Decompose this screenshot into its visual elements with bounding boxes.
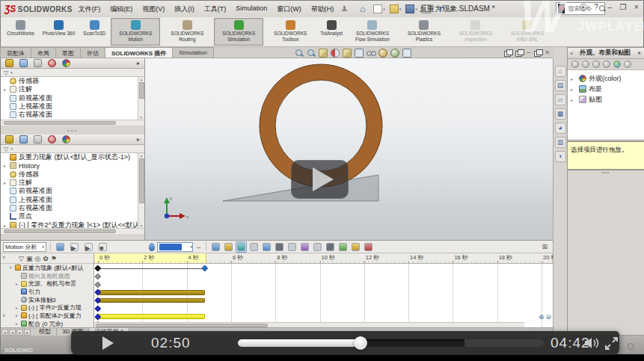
filter-icon[interactable]: ▽ [4,146,8,152]
progress-bar[interactable] [238,339,545,347]
motion-tree-item[interactable]: ▸ (-) [ 零件2^反重力现 [1,303,93,312]
timeline-ruler[interactable]: 0 秒2 秒4 秒6 秒8 秒10 秒12 秒14 秒16 秒18 秒20 秒 [94,253,553,264]
appearance-tree-item[interactable]: ▸ 贴图 [568,94,644,105]
motion-tree-item[interactable]: 实体接触3 [1,296,93,304]
play-button[interactable] [102,336,114,350]
tree-item[interactable]: ▸ 注解 [1,85,144,93]
status-help-icon[interactable] [628,343,634,350]
next-tab-icon[interactable]: ▸ [16,329,23,336]
solidworks-plastics-icon[interactable]: SOLIDWORKS Plastics [399,18,449,46]
propertymanager-tab-icon[interactable] [19,59,28,67]
timeline-track-row[interactable] [94,312,553,321]
motion-tree-item[interactable]: ▸ 光源、相机与布景 [1,280,93,288]
timeline-zoom-in-icon[interactable]: ⊕ [539,313,545,321]
big-play-button[interactable] [291,160,349,199]
tree-item[interactable]: 前视基准面 [1,187,144,195]
collapse-all-icon[interactable]: ∧ [2,255,5,260]
filter-animated-icon[interactable]: ▣ [26,255,33,262]
design-library-icon[interactable]: ▤ [555,80,566,91]
configurationmanager-tab-icon[interactable] [34,135,42,144]
gravity-icon[interactable] [325,241,336,253]
contact-icon[interactable] [312,241,323,253]
end-keyframe-diamond[interactable] [202,265,208,271]
solidworks-simulation-icon[interactable]: SOLIDWORKS Simulation [214,18,263,46]
tree-item[interactable]: 右视基准面 [1,204,144,212]
timebar-pointer-icon[interactable] [149,243,155,251]
prev-tab-icon[interactable]: ◂ [9,329,16,336]
circuitworks-icon[interactable]: CircuitWorks [4,18,37,46]
featuremanager-tab-icon[interactable] [5,135,13,144]
motion-setup-icon[interactable] [350,241,361,253]
collapse-pane-icon[interactable]: « [570,50,573,57]
add-key-icon[interactable] [248,241,260,253]
command-tab[interactable]: 布局 [31,47,56,58]
new-document-button[interactable]: ▾ [372,4,387,14]
menu-item[interactable]: 帮助(H) [311,4,334,14]
forum-icon[interactable]: ◖ [555,151,566,162]
propertymanager-tab-icon[interactable] [19,135,28,144]
history-back-icon[interactable] [571,61,579,68]
help-button[interactable]: ? [592,3,601,11]
pin-pane-icon[interactable]: ✶ [637,50,642,57]
motion-tree-item[interactable]: ▾ 反重力现象 (默认<默认 [1,264,93,272]
timeline-track-row[interactable] [94,304,553,312]
tree-item[interactable]: ▸ History [1,161,144,170]
timeline-view-icon[interactable]: ⊞ [542,242,548,252]
tree-item[interactable]: 右视基准面 [1,111,144,119]
menu-item[interactable]: 文件(F) [79,4,101,14]
scrubber-handle[interactable] [354,336,367,350]
appearance-tree-item[interactable]: ▸ 外观(color) [568,73,644,84]
featuremanager-tab-icon[interactable] [5,59,13,67]
view-orientation-icon[interactable] [343,49,352,58]
menu-item[interactable]: 编辑(E) [110,4,132,14]
manager-tabs-overflow-icon[interactable]: ▸ [137,136,140,143]
file-explorer-icon[interactable]: ▱ [555,94,566,105]
save-button[interactable]: ▾ [404,4,419,14]
move-up-icon[interactable] [624,61,631,68]
manager-tabs-overflow-icon[interactable]: ▸ [137,60,140,67]
key-time-combo[interactable]: ▾ [157,242,193,252]
filter-results-icon[interactable]: ✿ [43,255,49,262]
stop-icon[interactable]: ■ [97,241,108,253]
tree-item[interactable]: 上视基准面 [1,102,144,111]
cascade-windows-icon[interactable] [515,49,523,56]
fullscreen-icon[interactable] [605,337,618,350]
motion-tree-item[interactable]: ▸ (-) [ 装配体2^反重力 [1,312,93,320]
open-button[interactable]: ▾ [388,4,403,14]
menu-item[interactable]: Simulation [236,4,267,14]
expand-icon[interactable]: ∨ [2,312,5,318]
graphics-viewport[interactable]: y x [145,58,553,240]
command-tab[interactable]: SOLIDWORKS 插件 [105,47,173,58]
filter-key-icon[interactable]: ⚑ [51,255,57,262]
apply-appearance-icon[interactable] [592,61,600,68]
motor-icon[interactable] [261,241,272,253]
displaymanager-tab-icon[interactable] [62,135,70,144]
zoom-area-icon[interactable] [307,49,316,58]
play-from-start-icon[interactable]: ▶ [69,241,80,253]
solidworks-routing-icon[interactable]: SOLIDWORKS Routing [162,18,212,46]
play-icon[interactable]: ▶ [83,241,94,253]
edit-appearance-icon[interactable] [378,49,387,58]
timeline-track-row[interactable] [94,273,553,281]
tree-item[interactable]: 传感器 [1,170,144,179]
volume-icon[interactable] [585,337,600,349]
appearances-icon[interactable]: ◕ [555,123,566,134]
keyframe-diamond[interactable] [95,282,101,288]
results-icon[interactable] [337,241,349,253]
spring-icon[interactable] [274,241,285,253]
appearance-tree-item[interactable]: ▸ 布景 [568,84,644,94]
duration-bar[interactable] [98,290,205,295]
command-tab[interactable]: 草图 [55,47,81,58]
dimxpertmanager-tab-icon[interactable] [48,135,56,144]
apply-scene-icon[interactable] [390,49,399,58]
zoom-fit-icon[interactable] [295,49,304,58]
tree-item[interactable]: ▸ (-) [ 零件2^反重力现象 ]<1> (默认<<默认>_显示状态 [1,220,144,228]
keyframe-diamond[interactable] [95,274,101,280]
menu-item[interactable]: 工具(T) [204,4,227,14]
rotate-view-icon[interactable] [414,49,423,58]
first-tab-icon[interactable]: ◂ [1,329,8,336]
scanto3d-icon[interactable]: ScanTo3D [80,18,108,46]
filter-driving-icon[interactable]: ◎ [34,255,40,262]
assembly-root-item[interactable]: 反重力现象 (默认<默认_显示状态-1>) [1,153,144,161]
tree-item[interactable]: 传感器 [1,77,144,85]
